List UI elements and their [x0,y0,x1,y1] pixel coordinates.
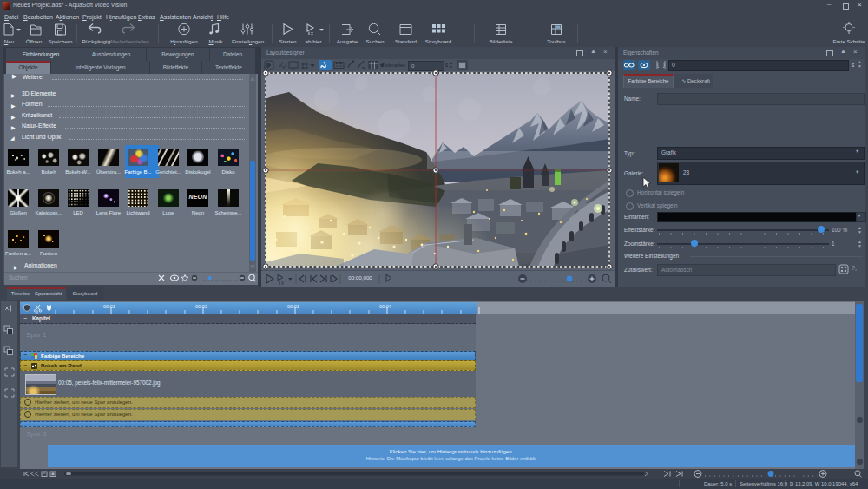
svg-text:00:01: 00:01 [103,304,115,309]
svg-text:00:03: 00:03 [287,304,299,309]
svg-text:00:04: 00:04 [379,304,391,309]
svg-text:00:02: 00:02 [195,304,207,309]
